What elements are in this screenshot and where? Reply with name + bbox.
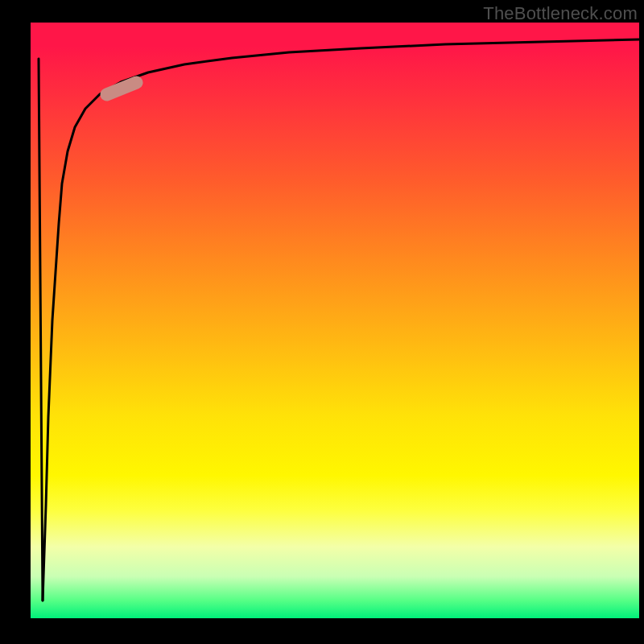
curve-marker xyxy=(98,74,145,103)
plot-area xyxy=(31,23,639,618)
curve-layer xyxy=(31,23,639,618)
chart-frame: TheBottleneck.com xyxy=(0,0,644,644)
bottleneck-curve xyxy=(43,39,639,601)
curve-descending-leg xyxy=(39,59,43,601)
attribution-text: TheBottleneck.com xyxy=(483,3,638,24)
